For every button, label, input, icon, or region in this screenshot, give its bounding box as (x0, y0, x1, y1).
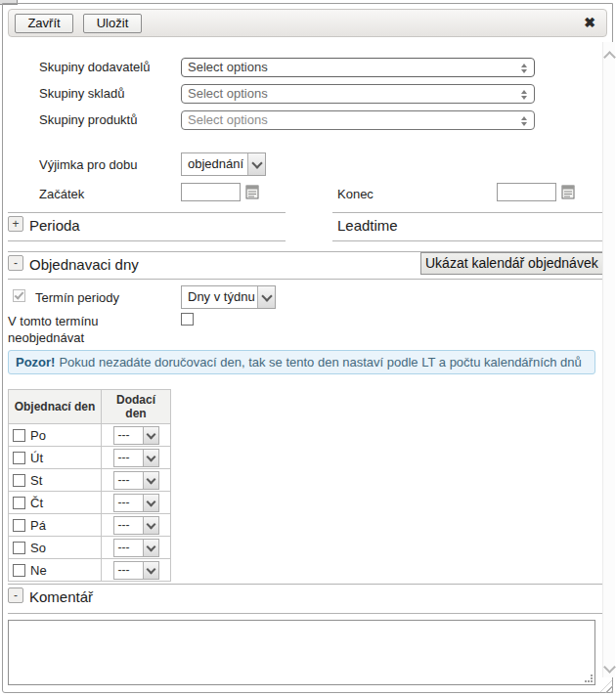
order-day-checkbox[interactable] (13, 519, 25, 532)
delivery-day-select[interactable]: --- (113, 561, 159, 580)
period-term-select[interactable]: Dny v týdnu (181, 285, 276, 309)
delivery-day-header: Dodací den (102, 390, 171, 424)
warning-strong: Pozor! (16, 355, 55, 370)
delivery-day-select[interactable]: --- (113, 494, 159, 512)
toolbar: Zavřít Uložit ✖ (8, 9, 607, 37)
order-day-checkbox[interactable] (13, 429, 25, 442)
order-day-label: Út (30, 451, 43, 465)
chevron-down-icon (143, 427, 158, 444)
order-day-cell: Út (9, 447, 102, 469)
start-date-input[interactable] (181, 183, 241, 201)
chevron-down-icon (143, 517, 158, 534)
order-day-cell: St (9, 469, 102, 492)
delivery-day-select[interactable]: --- (113, 539, 159, 557)
close-icon[interactable]: ✖ (584, 15, 595, 30)
updown-arrow-icon (521, 64, 527, 73)
delivery-day-cell: --- (102, 447, 171, 469)
chevron-down-icon (143, 495, 158, 511)
table-row: Út--- (9, 447, 171, 469)
divider (8, 279, 603, 280)
dialog-window: Zavřít Uložit ✖ Skupiny dodavatelů Selec… (0, 0, 616, 696)
table-row: Po--- (9, 424, 171, 447)
delivery-day-cell: --- (102, 469, 171, 492)
delivery-day-value: --- (114, 540, 143, 556)
show-order-calendar-button[interactable]: Ukázat kalendář objednávek (420, 252, 603, 275)
divider (8, 613, 603, 614)
ordering-days-section-title: Objednavaci dny (29, 256, 139, 273)
divider (332, 212, 603, 213)
order-day-checkbox[interactable] (13, 542, 25, 554)
supplier-groups-label: Skupiny dodavatelů (39, 60, 150, 74)
comment-section-title: Komentář (29, 588, 93, 605)
warning-box: Pozor!Pokud nezadáte doručovací den, tak… (8, 350, 595, 374)
order-day-label: So (30, 541, 46, 555)
order-day-cell: Ne (9, 559, 102, 582)
table-row: St--- (9, 469, 171, 492)
warehouse-groups-value: Select options (188, 86, 268, 101)
period-term-checkbox[interactable] (13, 289, 25, 302)
delivery-day-value: --- (114, 517, 143, 534)
supplier-groups-value: Select options (188, 60, 268, 74)
table-row: So--- (9, 537, 171, 559)
comment-collapse-button[interactable]: - (8, 587, 23, 603)
order-day-checkbox[interactable] (13, 497, 25, 509)
chevron-down-icon (143, 450, 158, 466)
close-button[interactable]: Zavřít (15, 14, 73, 33)
end-date-input[interactable] (497, 183, 556, 201)
chevron-down-icon (143, 540, 158, 556)
delivery-day-cell: --- (102, 514, 171, 537)
order-day-label: Ne (30, 563, 47, 578)
order-day-checkbox[interactable] (13, 564, 25, 577)
period-term-label: Termín periody (35, 290, 119, 305)
product-groups-value: Select options (188, 112, 268, 127)
calendar-icon[interactable] (245, 184, 260, 199)
table-row: Čt--- (9, 492, 171, 514)
start-date-label: Začátek (39, 187, 84, 201)
delivery-day-select[interactable]: --- (113, 426, 159, 445)
dialog-border (2, 3, 613, 693)
order-day-label: Pá (30, 518, 46, 533)
order-day-cell: Pá (9, 514, 102, 537)
delivery-day-cell: --- (102, 559, 171, 582)
warehouse-groups-select[interactable]: Select options (181, 84, 535, 104)
exception-type-select[interactable]: objednání (181, 152, 266, 176)
order-day-label: Čt (30, 496, 43, 510)
divider (8, 212, 286, 213)
days-table-body: Po---Út---St---Čt---Pá---So---Ne--- (9, 424, 171, 582)
delivery-day-cell: --- (102, 424, 171, 447)
calendar-icon[interactable] (561, 184, 576, 199)
delivery-day-select[interactable]: --- (113, 471, 159, 490)
delivery-day-select[interactable]: --- (113, 516, 159, 535)
perioda-section-title: Perioda (29, 217, 80, 234)
delivery-day-value: --- (114, 562, 143, 579)
delivery-day-select[interactable]: --- (113, 449, 159, 467)
order-day-checkbox[interactable] (13, 474, 25, 487)
table-row: Ne--- (9, 559, 171, 582)
scrollbar-track[interactable] (602, 42, 615, 677)
exception-type-value: objednání (182, 153, 247, 175)
chevron-down-icon (143, 562, 158, 579)
table-header-row: Objednací den Dodací den (9, 390, 171, 424)
save-button[interactable]: Uložit (83, 14, 142, 33)
order-day-cell: Po (9, 424, 102, 447)
chevron-down-icon (257, 286, 275, 308)
updown-arrow-icon (521, 116, 527, 126)
chevron-down-icon (143, 472, 158, 489)
comment-textarea[interactable] (8, 620, 595, 685)
product-groups-label: Skupiny produktů (39, 112, 137, 127)
warehouse-groups-label: Skupiny skladů (39, 86, 124, 101)
no-order-checkbox[interactable] (181, 313, 194, 326)
delivery-day-cell: --- (102, 492, 171, 514)
ordering-days-collapse-button[interactable]: - (8, 255, 23, 271)
product-groups-select[interactable]: Select options (181, 110, 535, 130)
chevron-down-icon (247, 153, 265, 175)
leadtime-section-title: Leadtime (337, 217, 398, 234)
textarea-resize-grip-icon[interactable] (585, 674, 587, 676)
order-day-cell: Čt (9, 492, 102, 514)
perioda-expand-button[interactable]: + (8, 216, 23, 232)
supplier-groups-select[interactable]: Select options (181, 58, 535, 77)
background-fragment (0, 0, 18, 5)
dialog-resize-handle[interactable] (599, 679, 613, 693)
delivery-day-value: --- (114, 427, 143, 444)
order-day-checkbox[interactable] (13, 452, 25, 464)
